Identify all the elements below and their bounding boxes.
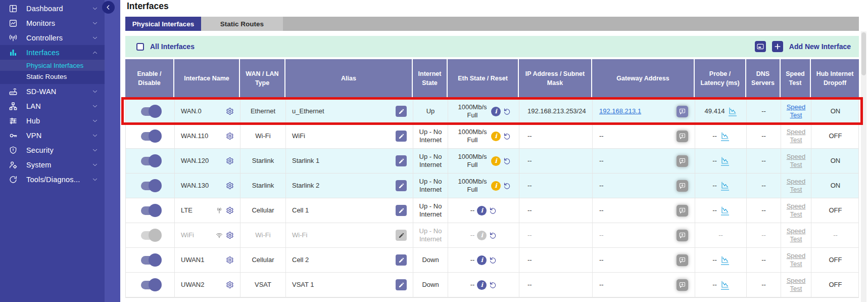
internet-state: Down xyxy=(413,273,448,297)
warning-info-icon[interactable]: i xyxy=(491,156,501,166)
edit-icon[interactable] xyxy=(396,155,407,166)
edit-icon[interactable] xyxy=(396,230,407,241)
plus-icon[interactable] xyxy=(772,41,783,52)
info-icon[interactable]: i xyxy=(477,206,487,215)
sidebar-item-lan[interactable]: LAN xyxy=(0,99,105,113)
ping-tool-icon[interactable] xyxy=(677,254,688,266)
info-icon[interactable]: i xyxy=(477,231,487,240)
reset-icon[interactable] xyxy=(489,232,497,239)
latency-chart-icon[interactable] xyxy=(721,206,729,215)
enable-toggle[interactable] xyxy=(141,157,160,165)
enable-toggle[interactable] xyxy=(141,182,160,190)
reset-icon[interactable] xyxy=(503,182,511,190)
enable-toggle[interactable] xyxy=(141,107,160,116)
back-button[interactable] xyxy=(102,1,115,14)
enable-toggle[interactable] xyxy=(141,281,160,289)
ping-tool-icon[interactable] xyxy=(677,230,688,241)
speed-test-link[interactable]: Speed Test xyxy=(784,227,808,244)
latency-chart-icon[interactable] xyxy=(721,156,729,166)
sidebar-item-monitors[interactable]: Monitors xyxy=(0,16,105,30)
speed-test-link[interactable]: Speed Test xyxy=(784,252,808,269)
reset-icon[interactable] xyxy=(503,157,511,165)
speed-test-link[interactable]: Speed Test xyxy=(784,128,808,145)
sidebar-item-label: Dashboard xyxy=(26,5,91,13)
ping-tool-icon[interactable] xyxy=(677,106,688,117)
ping-tool-icon[interactable] xyxy=(677,155,688,167)
warning-info-icon[interactable]: i xyxy=(491,181,501,191)
gateway-value: -- xyxy=(599,132,604,140)
window-view-icon[interactable] xyxy=(755,41,766,52)
ping-tool-icon[interactable] xyxy=(677,131,688,142)
sidebar-item-dashboard[interactable]: Dashboard xyxy=(0,1,105,16)
vertical-scrollbar[interactable] xyxy=(861,31,866,302)
ping-tool-icon[interactable] xyxy=(677,205,688,217)
all-interfaces-checkbox[interactable] xyxy=(136,43,144,51)
latency-chart-icon[interactable] xyxy=(721,280,729,290)
reset-icon[interactable] xyxy=(489,207,497,214)
speed-test-link[interactable]: Speed Test xyxy=(784,277,808,293)
sidebar-item-sd-wan[interactable]: SD-WAN xyxy=(0,84,105,99)
alias: Cell 2 xyxy=(292,256,309,264)
sidebar-item-hub[interactable]: Hub xyxy=(0,113,105,128)
sidebar-item-controllers[interactable]: Controllers xyxy=(0,30,105,45)
table-row-wan130: WAN.130 Starlink Starlink 2 Up - No Inte… xyxy=(126,174,858,198)
wan-lan-type: Wi-Fi xyxy=(240,124,286,148)
gear-icon[interactable] xyxy=(226,157,234,165)
key-icon xyxy=(7,131,19,140)
warning-info-icon[interactable]: i xyxy=(491,132,501,141)
latency-chart-icon[interactable] xyxy=(721,132,729,141)
reset-icon[interactable] xyxy=(489,281,497,289)
enable-toggle[interactable] xyxy=(141,256,160,265)
info-icon[interactable]: i xyxy=(477,255,487,265)
sidebar-interfaces-section: Interfaces Physical Interfaces Static Ro… xyxy=(0,45,105,84)
enable-toggle[interactable] xyxy=(141,231,160,240)
info-icon[interactable]: i xyxy=(491,107,501,116)
ping-tool-icon[interactable] xyxy=(677,279,688,291)
sidebar-item-label: LAN xyxy=(26,102,91,110)
sidebar-item-vpn[interactable]: VPN xyxy=(0,128,105,143)
interface-name: WAN.0 xyxy=(181,107,202,115)
speed-test-link[interactable]: Speed Test xyxy=(784,153,808,169)
gear-icon[interactable] xyxy=(226,132,234,140)
gateway-value: -- xyxy=(599,281,604,289)
sidebar-item-system[interactable]: System xyxy=(0,157,105,172)
gear-icon[interactable] xyxy=(226,256,234,264)
gear-icon[interactable] xyxy=(226,182,234,190)
speed-test-link[interactable]: Speed Test xyxy=(784,103,808,120)
edit-icon[interactable] xyxy=(396,131,407,142)
enable-toggle[interactable] xyxy=(141,206,160,215)
gateway-link[interactable]: 192.168.213.1 xyxy=(599,107,641,115)
latency-chart-icon[interactable] xyxy=(721,255,729,265)
gear-icon[interactable] xyxy=(226,231,234,239)
sidebar-item-security[interactable]: Security xyxy=(0,143,105,157)
edit-icon[interactable] xyxy=(396,180,407,191)
alias: VSAT 1 xyxy=(292,281,314,289)
speed-test-link[interactable]: Speed Test xyxy=(784,178,808,194)
enable-toggle[interactable] xyxy=(141,132,160,141)
gear-icon[interactable] xyxy=(226,281,234,289)
gear-icon[interactable] xyxy=(226,206,234,214)
tab-physical-interfaces[interactable]: Physical Interfaces xyxy=(125,17,201,31)
add-new-interface-button[interactable]: Add New Interface xyxy=(789,42,851,51)
speed-test-link[interactable]: Speed Test xyxy=(784,202,808,219)
sidebar-item-tools-diagnostics[interactable]: Tools/Diagnos... xyxy=(0,172,105,187)
latency-chart-icon[interactable] xyxy=(729,107,737,116)
ip-address: -- xyxy=(519,174,593,198)
info-icon[interactable]: i xyxy=(477,280,487,290)
gear-icon[interactable] xyxy=(226,107,234,115)
reset-icon[interactable] xyxy=(503,133,511,140)
edit-icon[interactable] xyxy=(396,205,407,216)
sidebar-item-physical-interfaces[interactable]: Physical Interfaces xyxy=(0,60,105,71)
edit-icon[interactable] xyxy=(396,279,407,290)
ping-tool-icon[interactable] xyxy=(677,180,688,192)
ip-address: -- xyxy=(519,198,593,223)
edit-icon[interactable] xyxy=(396,106,407,117)
reset-icon[interactable] xyxy=(503,108,511,115)
sidebar-item-static-routes[interactable]: Static Routes xyxy=(0,71,105,82)
reset-icon[interactable] xyxy=(489,256,497,264)
tab-static-routes[interactable]: Static Routes xyxy=(201,17,283,31)
latency-chart-icon[interactable] xyxy=(721,181,729,191)
scrollbar-thumb[interactable] xyxy=(861,32,866,75)
edit-icon[interactable] xyxy=(396,254,407,266)
sidebar-item-interfaces[interactable]: Interfaces xyxy=(0,45,105,60)
